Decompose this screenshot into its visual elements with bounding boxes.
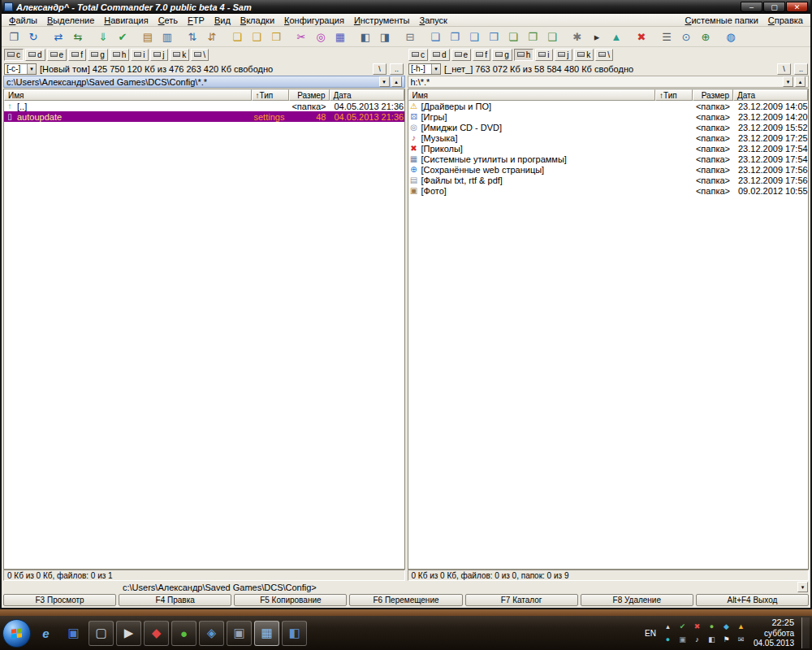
dir-favorites-icon[interactable]: ▴ bbox=[391, 76, 402, 87]
drive-button-j[interactable]: j bbox=[150, 49, 168, 61]
chart-icon[interactable]: ▲ bbox=[607, 28, 626, 46]
start-button[interactable] bbox=[2, 619, 31, 648]
file-row[interactable]: ⚄ [Игры] <папка> 23.12.2009 14:20 bbox=[408, 111, 809, 122]
file-row[interactable]: ◎ [Имиджи CD - DVD] <папка> 23.12.2009 1… bbox=[408, 122, 809, 132]
menu-help[interactable]: Справка bbox=[763, 15, 808, 25]
favorites-folder-icon[interactable]: ❑ bbox=[247, 28, 266, 46]
header-name[interactable]: Имя bbox=[4, 89, 252, 101]
menu-configuration[interactable]: Конфигурация bbox=[279, 15, 349, 25]
blue-app-icon[interactable]: ◧ bbox=[282, 621, 307, 646]
file-row-updir[interactable]: ↑ [..] <папка> 04.05.2013 21:36 bbox=[4, 101, 404, 111]
drive-button-k[interactable]: k bbox=[170, 49, 189, 61]
dir-favorites-icon[interactable]: ▴ bbox=[795, 76, 806, 87]
drive-button-f[interactable]: f bbox=[68, 49, 86, 61]
drive-button-d[interactable]: d bbox=[430, 49, 450, 61]
header-date[interactable]: Дата bbox=[733, 89, 808, 101]
list-view-icon[interactable]: ▥ bbox=[158, 28, 177, 46]
file-row[interactable]: ♪ [Музыка] <папка> 23.12.2009 17:25 bbox=[408, 132, 809, 143]
internet-explorer-icon[interactable]: e bbox=[33, 621, 58, 646]
drive-button-h[interactable]: h bbox=[110, 49, 130, 61]
file-row-selected[interactable]: ▯ autoupdate settings 48 04.05.2013 21:3… bbox=[4, 111, 404, 122]
dir-history-icon[interactable]: ▾ bbox=[783, 76, 793, 87]
root-dir-button[interactable]: \ bbox=[777, 63, 791, 75]
target-icon[interactable]: ⊙ bbox=[676, 28, 696, 46]
antivirus-icon[interactable]: ✔ bbox=[677, 622, 688, 632]
left-path-bar[interactable]: c:\Users\Александр\Saved Games\DCS\Confi… bbox=[3, 76, 405, 88]
menu-run[interactable]: Запуск bbox=[414, 15, 451, 25]
menu-tools[interactable]: Инструменты bbox=[349, 15, 415, 25]
mail-icon[interactable]: ✉ bbox=[736, 635, 746, 645]
drive-button-e[interactable]: e bbox=[47, 49, 67, 61]
folder-network-icon[interactable]: ❑ bbox=[542, 28, 562, 46]
drive-button-d[interactable]: d bbox=[25, 49, 45, 61]
alt-f4-exit-button[interactable]: Alt+F4 Выход bbox=[696, 594, 809, 606]
alert-icon[interactable]: ✖ bbox=[692, 622, 702, 632]
action-center-flag-icon[interactable]: ⚑ bbox=[721, 635, 732, 645]
menu-ftp[interactable]: FTP bbox=[183, 15, 209, 25]
drive-button-j[interactable]: j bbox=[555, 49, 572, 61]
file-row[interactable]: ▦ [Системные утилиты и программы] <папка… bbox=[408, 154, 809, 164]
chevron-down-icon[interactable]: ▾ bbox=[431, 64, 440, 74]
f6-move-button[interactable]: F6 Перемещение bbox=[349, 594, 462, 606]
warning-tray-icon[interactable]: ▲ bbox=[736, 622, 746, 632]
header-type[interactable]: ↑Тип bbox=[252, 89, 289, 101]
drive-button-c[interactable]: c bbox=[408, 49, 428, 61]
sync-icon[interactable]: ◆ bbox=[721, 622, 732, 632]
drive-button-root[interactable]: \ bbox=[191, 49, 209, 61]
maximize-button[interactable]: ▢ bbox=[763, 2, 785, 12]
file-row[interactable]: ⚠ [Драйверы и ПО] <папка> 23.12.2009 14:… bbox=[408, 101, 809, 111]
dir-history-icon[interactable]: ▾ bbox=[379, 76, 390, 87]
notes-icon[interactable]: ▤ bbox=[138, 28, 158, 46]
sort-desc-icon[interactable]: ⇵ bbox=[202, 28, 222, 46]
search-icon[interactable]: ◎ bbox=[311, 28, 330, 46]
tools-icon[interactable]: ✱ bbox=[568, 28, 587, 46]
f8-delete-button[interactable]: F8 Удаление bbox=[581, 594, 693, 606]
menu-view[interactable]: Вид bbox=[209, 15, 235, 25]
device-icon[interactable]: ▣ bbox=[677, 635, 688, 645]
delete-icon[interactable]: ✖ bbox=[632, 28, 651, 46]
folder-documents-icon[interactable]: ❏ bbox=[425, 28, 445, 46]
language-indicator[interactable]: EN bbox=[642, 629, 659, 638]
drive-button-root[interactable]: \ bbox=[595, 49, 613, 61]
file-row[interactable]: ✖ [Приколы] <папка> 23.12.2009 17:54 bbox=[408, 143, 809, 154]
ftp-disconnect-icon[interactable]: ⇆ bbox=[68, 28, 88, 46]
f5-copy-button[interactable]: F5 Копирование bbox=[234, 594, 347, 606]
volume-icon[interactable]: ♪ bbox=[692, 635, 702, 645]
drive-button-k[interactable]: k bbox=[574, 49, 594, 61]
drive-button-g[interactable]: g bbox=[88, 49, 108, 61]
media-player-icon[interactable]: ▶ bbox=[116, 621, 141, 646]
drive-button-e[interactable]: e bbox=[451, 49, 472, 61]
globe-icon[interactable]: ◍ bbox=[721, 28, 741, 46]
word-icon[interactable]: ◈ bbox=[199, 621, 224, 646]
drive-button-g[interactable]: g bbox=[492, 49, 512, 61]
floppy-save-icon[interactable]: ▣ bbox=[61, 621, 86, 646]
brief-view-icon[interactable]: ◧ bbox=[356, 28, 375, 46]
f4-edit-button[interactable]: F4 Правка bbox=[119, 594, 231, 606]
taskbar-clock[interactable]: 22:25 суббота 04.05.2013 bbox=[754, 618, 794, 648]
messenger-icon[interactable]: ● bbox=[663, 635, 673, 645]
menu-files[interactable]: Файлы bbox=[4, 15, 42, 25]
green-app-icon[interactable]: ● bbox=[171, 621, 197, 646]
status-green-icon[interactable]: ● bbox=[706, 622, 717, 632]
folder-downloads-icon[interactable]: ❏ bbox=[503, 28, 523, 46]
drive-button-i[interactable]: i bbox=[131, 49, 149, 61]
terminal-icon[interactable]: ▸ bbox=[587, 28, 607, 46]
folder-pictures-icon[interactable]: ❐ bbox=[445, 28, 464, 46]
download-icon[interactable]: ⇓ bbox=[93, 28, 113, 46]
chevron-down-icon[interactable]: ▾ bbox=[27, 64, 36, 74]
right-path-bar[interactable]: h:\*.* ▾ ▴ bbox=[408, 76, 810, 88]
verify-icon[interactable]: ✔ bbox=[113, 28, 132, 46]
command-history-icon[interactable]: ▾ bbox=[797, 582, 808, 592]
menu-selection[interactable]: Выделение bbox=[42, 15, 99, 25]
gray-app-icon[interactable]: ▣ bbox=[227, 621, 252, 646]
folder-desktop-icon[interactable]: ❐ bbox=[523, 28, 542, 46]
options-icon[interactable]: ☰ bbox=[657, 28, 676, 46]
calculator-icon[interactable]: ▦ bbox=[330, 28, 350, 46]
header-size[interactable]: Размер bbox=[289, 89, 330, 101]
full-view-icon[interactable]: ◨ bbox=[375, 28, 395, 46]
menu-system-folders[interactable]: Системные папки bbox=[680, 15, 762, 25]
minimize-button[interactable]: – bbox=[741, 2, 762, 12]
header-name[interactable]: Имя bbox=[408, 89, 656, 101]
menu-network[interactable]: Сеть bbox=[153, 15, 183, 25]
root-dir-button[interactable]: \ bbox=[373, 63, 387, 75]
